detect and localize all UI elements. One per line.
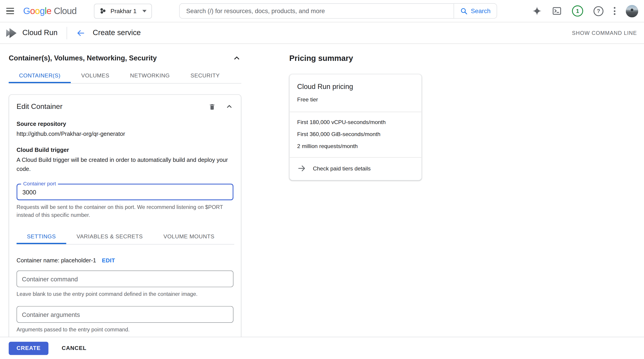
avatar bbox=[626, 5, 638, 17]
cancel-button[interactable]: CANCEL bbox=[62, 345, 86, 351]
session-count-badge: 1 bbox=[572, 5, 583, 16]
container-settings-tab-bar: SETTINGS VARIABLES & SECRETS VOLUME MOUN… bbox=[16, 230, 234, 245]
page-header-bar: Cloud Run Create service SHOW COMMAND LI… bbox=[0, 22, 644, 44]
header-divider bbox=[66, 27, 67, 39]
container-command-input[interactable] bbox=[17, 271, 233, 287]
cloud-run-product-icon bbox=[5, 26, 18, 39]
source-repository-label: Source repository bbox=[16, 120, 234, 127]
kebab-menu-icon bbox=[614, 7, 616, 15]
search-button[interactable]: Search bbox=[454, 3, 496, 18]
containers-section-header: Container(s), Volumes, Networking, Secur… bbox=[8, 54, 241, 63]
cloud-shell-icon bbox=[552, 6, 562, 16]
free-tier-item: First 180,000 vCPU-seconds/month bbox=[297, 119, 414, 125]
collapse-chevron-icon bbox=[225, 102, 234, 111]
container-port-helper: Requests will be sent to the container o… bbox=[16, 203, 229, 219]
tab-networking[interactable]: NETWORKING bbox=[120, 69, 180, 83]
paid-tiers-link-row[interactable]: Check paid tiers details bbox=[290, 157, 421, 180]
cloud-shell-sessions-button[interactable]: 1 bbox=[572, 5, 583, 16]
pricing-card: Cloud Run pricing Free tier First 180,00… bbox=[290, 74, 422, 180]
project-hexagons-icon bbox=[100, 7, 106, 14]
top-bar-actions: 1 ? bbox=[532, 5, 644, 17]
pricing-card-subtitle: Free tier bbox=[297, 96, 414, 102]
help-icon: ? bbox=[594, 6, 604, 16]
pricing-card-header: Cloud Run pricing Free tier bbox=[290, 74, 421, 112]
google-logo-cloud-text: Cloud bbox=[54, 6, 76, 16]
edit-container-name-button[interactable]: EDIT bbox=[102, 257, 115, 263]
cloud-build-trigger-description: A Cloud Build trigger will be created in… bbox=[16, 155, 234, 173]
pricing-summary-heading: Pricing summary bbox=[290, 54, 430, 63]
cloud-shell-button[interactable] bbox=[552, 6, 562, 16]
back-arrow-icon bbox=[76, 28, 85, 37]
product-name[interactable]: Cloud Run bbox=[22, 28, 58, 37]
container-arguments-input[interactable] bbox=[17, 307, 233, 322]
trash-icon bbox=[208, 102, 216, 111]
free-tier-item: 2 million requests/month bbox=[297, 143, 414, 149]
gemini-sparkle-icon bbox=[532, 6, 542, 16]
pricing-card-title: Cloud Run pricing bbox=[297, 83, 414, 91]
tab-settings[interactable]: SETTINGS bbox=[16, 230, 66, 244]
section-tab-bar: CONTAINER(S) VOLUMES NETWORKING SECURITY bbox=[8, 69, 241, 83]
arrow-right-icon bbox=[297, 164, 306, 173]
top-app-bar: Google Cloud Prakhar 1 Se bbox=[0, 0, 644, 22]
chevron-down-icon bbox=[142, 10, 146, 12]
free-tier-item: First 360,000 GiB-seconds/month bbox=[297, 131, 414, 137]
cloud-console-page: Google Cloud Prakhar 1 Se bbox=[0, 0, 644, 359]
search-input[interactable] bbox=[180, 3, 454, 18]
tab-volume-mounts[interactable]: VOLUME MOUNTS bbox=[153, 230, 225, 244]
paid-tiers-link-label: Check paid tiers details bbox=[313, 165, 371, 171]
container-name-row: Container name: placeholder-1 EDIT bbox=[16, 257, 234, 264]
edit-container-title: Edit Container bbox=[16, 102, 208, 111]
create-button[interactable]: CREATE bbox=[8, 342, 48, 355]
global-search: Search bbox=[179, 3, 497, 19]
collapse-container-button[interactable] bbox=[225, 102, 234, 111]
source-repository-value: http://github.com/Prakhar-org/qr-generat… bbox=[16, 130, 234, 137]
gemini-assistant-button[interactable] bbox=[532, 6, 542, 16]
section-title: Container(s), Volumes, Networking, Secur… bbox=[8, 54, 157, 62]
free-tier-list: First 180,000 vCPU-seconds/month First 3… bbox=[290, 112, 421, 157]
container-command-helper: Leave blank to use the entry point comma… bbox=[16, 290, 229, 298]
hamburger-menu-icon bbox=[6, 8, 14, 14]
google-logo-wordmark: Google bbox=[23, 6, 51, 16]
form-action-bar: CREATE CANCEL bbox=[0, 337, 644, 359]
tab-variables-secrets[interactable]: VARIABLES & SECRETS bbox=[66, 230, 153, 244]
main-content: Container(s), Volumes, Networking, Secur… bbox=[0, 44, 644, 359]
collapse-chevron-icon bbox=[232, 54, 241, 63]
back-button[interactable] bbox=[76, 28, 85, 37]
container-arguments-field bbox=[16, 306, 234, 323]
tab-volumes[interactable]: VOLUMES bbox=[71, 69, 120, 83]
cloud-build-trigger-label: Cloud Build trigger bbox=[16, 146, 234, 153]
project-selector[interactable]: Prakhar 1 bbox=[94, 3, 152, 18]
tab-containers[interactable]: CONTAINER(S) bbox=[8, 69, 71, 83]
container-port-input[interactable] bbox=[18, 184, 232, 199]
edit-container-header: Edit Container bbox=[16, 102, 234, 111]
search-icon bbox=[460, 7, 468, 15]
section-collapse-button[interactable] bbox=[232, 54, 241, 63]
more-options-button[interactable] bbox=[614, 7, 616, 15]
delete-container-button[interactable] bbox=[208, 102, 216, 111]
container-port-field: Container port bbox=[16, 184, 234, 200]
service-form-column: Container(s), Volumes, Networking, Secur… bbox=[0, 44, 250, 343]
page-title: Create service bbox=[93, 28, 141, 37]
container-name-text: Container name: placeholder-1 bbox=[16, 257, 96, 264]
hamburger-menu-button[interactable] bbox=[0, 0, 20, 22]
pricing-summary-column: Pricing summary Cloud Run pricing Free t… bbox=[290, 54, 430, 180]
container-arguments-helper: Arguments passed to the entry point comm… bbox=[16, 326, 229, 334]
project-name: Prakhar 1 bbox=[110, 8, 136, 14]
help-button[interactable]: ? bbox=[594, 6, 604, 16]
search-button-label: Search bbox=[471, 7, 490, 14]
account-button[interactable] bbox=[626, 5, 638, 17]
show-command-line-button[interactable]: SHOW COMMAND LINE bbox=[572, 30, 637, 36]
google-cloud-logo[interactable]: Google Cloud bbox=[23, 6, 76, 16]
tab-security[interactable]: SECURITY bbox=[180, 69, 230, 83]
container-command-field bbox=[16, 271, 234, 287]
container-port-label: Container port bbox=[21, 181, 58, 187]
edit-container-card: Edit Container bbox=[8, 94, 241, 343]
